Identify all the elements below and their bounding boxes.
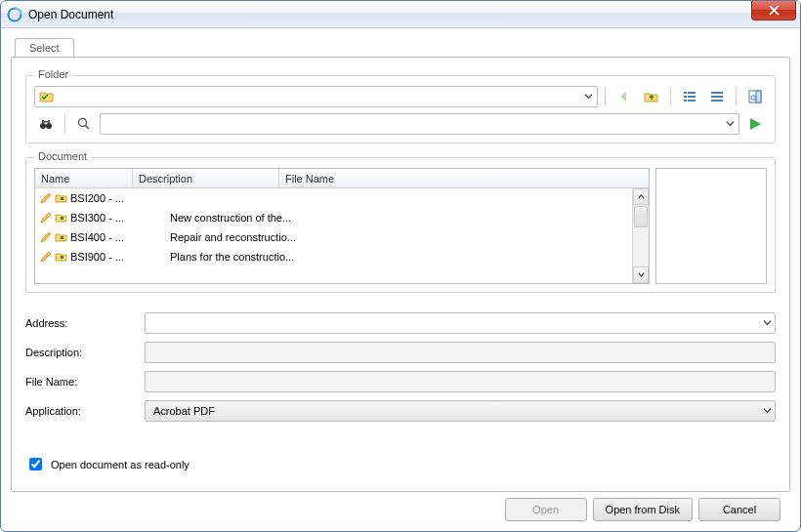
svg-rect-3 (684, 96, 687, 98)
cell-description: Repair and reconstructio... (166, 231, 313, 243)
svg-rect-5 (684, 100, 687, 102)
svg-rect-4 (688, 96, 696, 98)
description-label: Description: (25, 347, 133, 358)
folder-path-combo[interactable] (34, 86, 598, 107)
search-options-button[interactable] (72, 113, 96, 135)
tab-panel: Folder (11, 57, 790, 492)
folder-group: Folder (25, 75, 776, 143)
table-body: BSI200 - ... BSI300 - ... New constructi… (35, 188, 649, 283)
application-label: Application: (25, 405, 133, 417)
table-scrollbar[interactable] (632, 188, 649, 283)
svg-rect-8 (711, 96, 723, 98)
view-list-button[interactable] (678, 86, 701, 107)
scroll-up-button[interactable] (633, 188, 649, 205)
search-combo[interactable] (100, 113, 739, 135)
svg-rect-7 (711, 92, 723, 94)
cancel-button[interactable]: Cancel (698, 498, 780, 521)
details-view-icon (709, 89, 725, 104)
open-document-dialog: Open Document Select Folder (0, 0, 801, 532)
arrow-left-icon (616, 89, 632, 104)
column-header-filename[interactable]: File Name (279, 169, 649, 187)
close-button[interactable] (751, 1, 796, 20)
tab-select[interactable]: Select (15, 38, 74, 58)
svg-rect-21 (61, 197, 63, 200)
client-area: Select Folder (1, 28, 800, 531)
svg-rect-2 (688, 92, 696, 94)
svg-point-19 (79, 119, 87, 127)
scroll-down-button[interactable] (633, 266, 649, 283)
close-icon (769, 5, 780, 16)
application-value: Acrobat PDF (153, 405, 215, 417)
preview-icon (747, 89, 763, 104)
list-view-icon (682, 89, 697, 104)
column-header-name[interactable]: Name (35, 169, 133, 187)
search-combo-dropdown[interactable] (726, 118, 735, 130)
file-name-input (145, 371, 776, 392)
cell-name: BSI400 - ... (70, 231, 164, 243)
table-row[interactable]: BSI300 - ... New construction of the... (35, 208, 649, 227)
svg-rect-17 (48, 120, 50, 124)
dialog-buttons: Open Open from Disk Cancel (11, 492, 790, 525)
cell-name: BSI900 - ... (70, 251, 164, 263)
chevron-up-icon (637, 192, 646, 201)
open-button: Open (505, 498, 587, 521)
readonly-checkbox[interactable] (29, 458, 42, 471)
column-header-description[interactable]: Description (133, 169, 279, 187)
document-group: Document Name Description File Name (25, 157, 776, 293)
open-from-disk-button[interactable]: Open from Disk (593, 498, 693, 521)
scroll-thumb[interactable] (634, 206, 648, 227)
find-button[interactable] (34, 113, 58, 135)
cell-name: BSI300 - ... (70, 212, 164, 224)
folder-item-icon (55, 250, 68, 264)
folder-check-icon (39, 89, 55, 104)
svg-rect-24 (61, 256, 63, 259)
go-button[interactable] (743, 113, 767, 135)
folder-combo-dropdown[interactable] (584, 91, 593, 102)
description-input (145, 342, 776, 363)
pencil-icon (39, 250, 53, 264)
svg-rect-9 (711, 100, 723, 102)
folder-legend: Folder (34, 68, 72, 80)
preview-toggle-button[interactable] (743, 86, 767, 107)
readonly-label: Open document as read-only (51, 459, 190, 471)
app-icon (7, 7, 22, 22)
application-dropdown[interactable] (763, 405, 772, 417)
form-grid: Address: Description: File Name: Applica… (25, 312, 776, 422)
svg-rect-11 (756, 91, 761, 102)
svg-line-20 (86, 126, 90, 130)
document-table[interactable]: Name Description File Name BSI200 - ... (34, 168, 650, 284)
up-folder-button[interactable] (640, 86, 663, 107)
play-icon (747, 116, 763, 132)
address-input[interactable] (145, 312, 776, 334)
document-legend: Document (34, 150, 91, 162)
svg-rect-1 (684, 92, 687, 94)
application-select[interactable]: Acrobat PDF (145, 400, 776, 422)
svg-rect-16 (42, 120, 44, 124)
file-name-label: File Name: (25, 376, 133, 388)
address-dropdown[interactable] (763, 317, 772, 329)
pencil-icon (39, 191, 53, 205)
preview-pane (655, 168, 767, 284)
folder-up-icon (644, 89, 659, 104)
cell-description: Plans for the constructio... (166, 251, 313, 263)
tabstrip: Select (11, 38, 790, 58)
folder-toolbar-row (34, 86, 767, 107)
table-row[interactable]: BSI400 - ... Repair and reconstructio... (35, 227, 649, 247)
svg-rect-18 (44, 121, 48, 123)
table-row[interactable]: BSI200 - ... (35, 188, 649, 208)
chevron-down-icon (637, 270, 646, 279)
cell-description: New construction of the... (166, 212, 313, 224)
back-button (612, 86, 636, 107)
magnifier-icon (76, 116, 92, 132)
view-details-button[interactable] (705, 86, 729, 107)
table-row[interactable]: BSI900 - ... Plans for the constructio..… (35, 247, 649, 266)
search-toolbar-row (34, 113, 767, 135)
folder-item-icon (55, 211, 68, 225)
folder-item-icon (55, 230, 68, 244)
svg-rect-6 (688, 100, 696, 102)
svg-rect-23 (61, 236, 63, 239)
readonly-row: Open document as read-only (25, 455, 776, 473)
titlebar: Open Document (1, 1, 800, 28)
folder-item-icon (55, 191, 68, 205)
pencil-icon (39, 211, 53, 225)
